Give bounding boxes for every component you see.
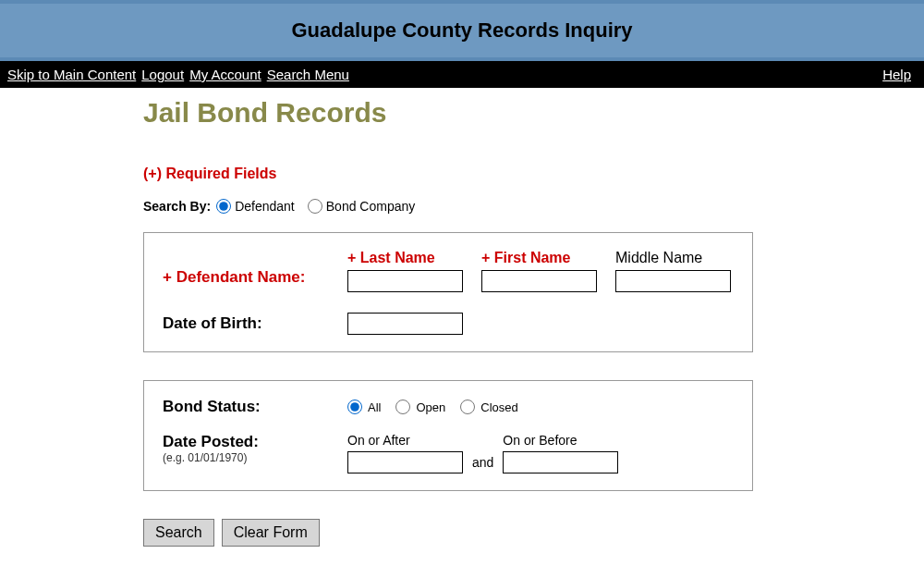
radio-bond-company[interactable] xyxy=(308,199,322,214)
bond-status-row: Bond Status: All Open Closed xyxy=(163,398,734,416)
search-by-label: Search By: xyxy=(143,199,211,214)
defendant-name-label: + Defendant Name: xyxy=(163,268,305,286)
radio-closed-label: Closed xyxy=(480,400,517,414)
radio-open-label: Open xyxy=(416,400,445,414)
radio-open[interactable] xyxy=(395,400,410,414)
on-after-input[interactable] xyxy=(347,451,463,473)
dob-row: Date of Birth: xyxy=(163,313,734,335)
first-name-input[interactable] xyxy=(481,270,597,292)
bond-status-label: Bond Status: xyxy=(163,398,261,415)
search-by-radio-group: Defendant Bond Company xyxy=(216,199,424,214)
page-title: Guadalupe County Records Inquiry xyxy=(0,18,924,43)
on-before-col: On or Before xyxy=(503,433,618,473)
radio-defendant[interactable] xyxy=(216,199,231,214)
radio-closed[interactable] xyxy=(460,400,475,414)
radio-defendant-label: Defendant xyxy=(235,199,295,214)
middle-name-input[interactable] xyxy=(615,270,731,292)
dob-label: Date of Birth: xyxy=(163,314,262,332)
button-row: Search Clear Form xyxy=(143,519,896,547)
last-name-label: + Last Name xyxy=(347,250,463,266)
search-menu-link[interactable]: Search Menu xyxy=(267,67,349,82)
radio-all-label: All xyxy=(368,400,381,414)
dob-label-cell: Date of Birth: xyxy=(163,314,329,333)
date-fields: On or After and On or Before xyxy=(347,433,618,473)
bond-form-box: Bond Status: All Open Closed Date Posted… xyxy=(143,380,753,491)
date-posted-label-cell: Date Posted: (e.g. 01/01/1970) xyxy=(163,433,329,464)
defendant-name-label-cell: + Defendant Name: xyxy=(163,268,329,292)
on-after-label: On or After xyxy=(347,433,463,448)
logout-link[interactable]: Logout xyxy=(141,67,184,82)
first-name-col: + First Name xyxy=(481,250,597,292)
date-posted-label: Date Posted: xyxy=(163,433,329,451)
date-posted-row: Date Posted: (e.g. 01/01/1970) On or Aft… xyxy=(163,433,734,473)
skip-link[interactable]: Skip to Main Content xyxy=(7,67,136,82)
first-name-label: + First Name xyxy=(481,250,597,266)
last-name-input[interactable] xyxy=(347,270,463,292)
nav-left: Skip to Main Content Logout My Account S… xyxy=(7,67,355,82)
name-row: + Defendant Name: + Last Name + First Na… xyxy=(163,250,734,292)
search-button[interactable]: Search xyxy=(143,519,214,547)
main-content: Jail Bond Records (+) Required Fields Se… xyxy=(143,88,896,547)
defendant-form-box: + Defendant Name: + Last Name + First Na… xyxy=(143,232,753,352)
help-link[interactable]: Help xyxy=(882,67,911,82)
nav-bar: Skip to Main Content Logout My Account S… xyxy=(0,61,924,88)
date-posted-hint: (e.g. 01/01/1970) xyxy=(163,451,329,464)
bond-status-radios: All Open Closed xyxy=(347,400,528,414)
radio-bond-company-label: Bond Company xyxy=(326,199,416,214)
my-account-link[interactable]: My Account xyxy=(189,67,261,82)
search-by-row: Search By: Defendant Bond Company xyxy=(143,199,896,214)
on-before-label: On or Before xyxy=(503,433,618,448)
required-fields-note: (+) Required Fields xyxy=(143,166,896,182)
dob-input[interactable] xyxy=(347,313,463,335)
on-before-input[interactable] xyxy=(503,451,618,473)
page-heading: Jail Bond Records xyxy=(143,97,896,129)
bond-status-label-cell: Bond Status: xyxy=(163,398,329,416)
middle-name-col: Middle Name xyxy=(615,250,731,292)
header-band: Guadalupe County Records Inquiry xyxy=(0,0,924,61)
last-name-col: + Last Name xyxy=(347,250,463,292)
middle-name-label: Middle Name xyxy=(615,250,731,266)
radio-all[interactable] xyxy=(347,400,362,414)
clear-form-button[interactable]: Clear Form xyxy=(222,519,320,547)
and-word: and xyxy=(472,455,493,473)
on-after-col: On or After xyxy=(347,433,463,473)
